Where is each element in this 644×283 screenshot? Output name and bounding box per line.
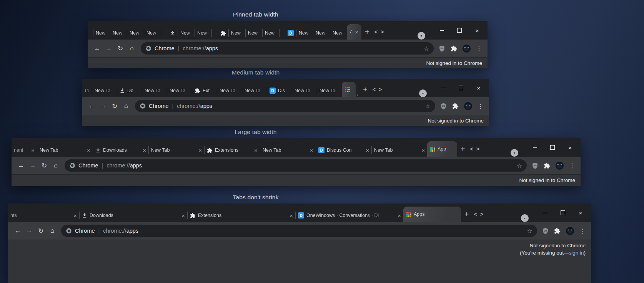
bookmark-star-icon[interactable]: ☆ (514, 162, 525, 169)
tab-close-icon[interactable]: × (143, 147, 146, 153)
new-tab-button[interactable]: + (359, 86, 371, 93)
reload-button[interactable]: ↻ (115, 45, 126, 53)
tab[interactable] (212, 26, 228, 40)
forward-button[interactable]: → (97, 102, 109, 110)
forward-button[interactable]: → (27, 162, 38, 169)
tab[interactable]: Ta (82, 84, 92, 97)
extensions-puzzle-icon[interactable] (554, 228, 561, 234)
tab[interactable]: New (195, 26, 211, 40)
tab[interactable]: New Tab× (260, 144, 316, 157)
tab[interactable]: New (93, 26, 110, 40)
tab-close-icon[interactable]: × (198, 147, 202, 153)
bookmark-star-icon[interactable]: ☆ (421, 45, 432, 52)
tab[interactable] (88, 26, 93, 40)
tab[interactable]: New (229, 26, 245, 40)
tab[interactable]: Downloads× (80, 209, 187, 222)
tab[interactable]: New (127, 26, 144, 40)
tab-close-icon[interactable]: × (310, 147, 313, 153)
tab[interactable]: New (246, 26, 262, 40)
ublock-origin-icon[interactable]: uo (542, 227, 549, 235)
minimize-button[interactable] (434, 79, 452, 97)
tab-scroll-left-button[interactable]: < (373, 29, 379, 35)
maximize-button[interactable] (451, 21, 468, 40)
address-bar[interactable]: Chrome | chrome:// apps ☆ (61, 225, 537, 237)
tab-scroll-right-button[interactable]: > (479, 211, 485, 217)
extensions-puzzle-icon[interactable] (544, 162, 550, 169)
new-tab-button[interactable]: + (461, 210, 473, 218)
bookmark-star-icon[interactable]: ☆ (524, 227, 536, 235)
tab[interactable]: Downloads× (93, 144, 148, 157)
maximize-button[interactable] (554, 204, 572, 222)
home-button[interactable]: ⌂ (120, 102, 132, 110)
profile-avatar[interactable] (566, 227, 574, 235)
home-button[interactable]: ⌂ (50, 162, 62, 169)
menu-dots-icon[interactable]: ⋮ (569, 162, 575, 169)
tab[interactable]: New (313, 26, 330, 40)
ublock-origin-icon[interactable]: uo (531, 162, 539, 169)
tab[interactable]: New Ta (92, 84, 117, 97)
active-tab[interactable]: A× (347, 24, 361, 40)
minimize-button[interactable] (526, 138, 544, 157)
tab-close-icon[interactable]: × (31, 147, 35, 153)
bookmark-star-icon[interactable]: ☆ (422, 103, 434, 110)
tab[interactable]: New (296, 26, 313, 40)
tab[interactable] (161, 26, 178, 40)
back-button[interactable]: ← (12, 227, 23, 235)
ublock-origin-icon[interactable]: uo (438, 45, 446, 52)
address-bar[interactable]: Chrome | chrome:// apps ☆ (65, 159, 527, 172)
back-button[interactable]: ← (86, 102, 97, 110)
home-button[interactable]: ⌂ (47, 227, 58, 235)
tab[interactable]: Ext (192, 84, 217, 97)
tab-close-icon[interactable]: × (290, 213, 293, 218)
tab[interactable]: Do (117, 84, 142, 97)
tab-scroll-left-button[interactable]: < (473, 211, 479, 217)
close-button[interactable]: × (561, 138, 579, 157)
extensions-puzzle-icon[interactable] (452, 103, 459, 109)
home-button[interactable]: ⌂ (126, 45, 138, 52)
maximize-button[interactable] (452, 79, 470, 97)
tab-search-button[interactable]: ▼ (511, 149, 518, 157)
active-tab[interactable] (342, 82, 356, 97)
active-tab[interactable]: Apps (403, 207, 461, 222)
profile-avatar[interactable] (464, 102, 473, 111)
tab-close-icon[interactable]: × (254, 147, 258, 153)
tab-close-icon[interactable]: × (355, 29, 358, 35)
menu-dots-icon[interactable]: ⋮ (478, 103, 484, 110)
tab[interactable]: New Ta (292, 84, 317, 97)
tab-close-icon[interactable]: × (366, 147, 369, 153)
tab[interactable]: D (280, 26, 296, 40)
profile-avatar[interactable] (555, 161, 564, 170)
minimize-button[interactable] (536, 204, 554, 222)
tab[interactable]: Extensions× (188, 209, 295, 222)
tab-scroll-left-button[interactable]: < (371, 86, 377, 93)
menu-dots-icon[interactable]: ⋮ (476, 45, 482, 52)
tab-close-icon[interactable]: × (181, 213, 185, 218)
tab-close-icon[interactable]: × (87, 147, 90, 153)
back-button[interactable]: ← (92, 45, 103, 52)
forward-button[interactable]: → (103, 45, 115, 52)
tab-scroll-right-button[interactable]: > (475, 146, 481, 152)
tab[interactable]: New (178, 26, 195, 40)
tab-search-button[interactable]: ▼ (521, 214, 529, 222)
tab[interactable]: DDis (267, 84, 292, 97)
tab[interactable]: New Ta (142, 84, 167, 97)
close-button[interactable]: × (470, 79, 488, 97)
tab-search-button[interactable]: ▼ (419, 89, 427, 97)
tab[interactable]: New Ta (317, 84, 342, 97)
tab[interactable]: New Tab× (372, 144, 427, 157)
tab[interactable]: New (110, 26, 127, 40)
tab[interactable]: New (330, 26, 347, 40)
reload-button[interactable]: ↻ (109, 102, 120, 110)
tab[interactable]: New (263, 26, 279, 40)
close-button[interactable]: × (572, 204, 589, 222)
tab-search-button[interactable]: ▼ (418, 32, 425, 40)
reload-button[interactable]: ↻ (35, 227, 47, 235)
tab[interactable]: DDisqus Con× (316, 144, 371, 157)
tab-scroll-left-button[interactable]: < (469, 146, 475, 152)
scroll-right-partial-icon[interactable]: › (356, 92, 359, 97)
minimize-button[interactable] (433, 21, 451, 40)
close-button[interactable]: × (468, 21, 486, 40)
new-tab-button[interactable]: + (361, 28, 373, 36)
forward-button[interactable]: → (23, 227, 35, 235)
tab[interactable]: New Tab× (149, 144, 204, 157)
